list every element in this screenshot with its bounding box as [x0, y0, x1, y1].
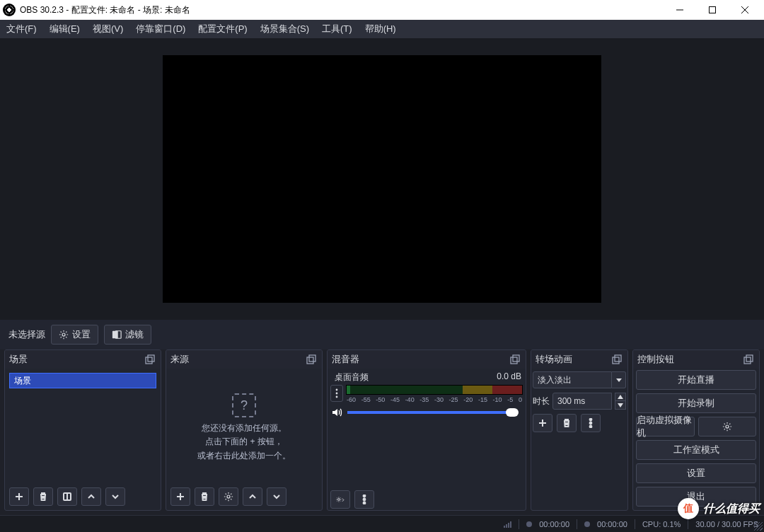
source-move-up-button[interactable]	[243, 487, 262, 506]
studio-mode-button[interactable]: 工作室模式	[636, 440, 756, 460]
mixer-dock: 混音器 桌面音频 0.0 dB	[327, 349, 526, 511]
svg-rect-19	[513, 355, 519, 362]
mixer-track-level: 0.0 dB	[497, 371, 521, 383]
scenes-title: 场景	[9, 353, 28, 366]
transition-select-arrow[interactable]	[612, 371, 626, 388]
start-stream-button[interactable]: 开始直播	[636, 370, 756, 390]
speaker-icon	[331, 407, 342, 418]
svg-rect-13	[307, 357, 313, 364]
virtualcam-settings-button[interactable]	[698, 417, 757, 436]
scene-list[interactable]: 场景	[8, 371, 158, 485]
menu-help[interactable]: 帮助(H)	[359, 20, 403, 38]
trash-icon	[38, 492, 48, 502]
trash-icon	[199, 492, 209, 502]
source-move-down-button[interactable]	[267, 487, 286, 506]
sources-popout-button[interactable]	[305, 353, 318, 366]
obs-logo-icon	[3, 4, 16, 16]
duration-down-button[interactable]	[615, 401, 626, 410]
transition-select-value: 淡入淡出	[533, 371, 612, 388]
transitions-popout-button[interactable]	[610, 353, 623, 366]
menu-tools[interactable]: 工具(T)	[316, 20, 359, 38]
network-signal-icon	[504, 521, 511, 528]
scene-filter-button[interactable]	[57, 487, 77, 506]
settings-button[interactable]: 设置	[636, 463, 756, 483]
svg-rect-7	[146, 357, 152, 364]
status-fps: 30.00 / 30.00 FPS	[695, 520, 758, 528]
svg-point-22	[336, 396, 338, 398]
question-icon: ?	[232, 393, 256, 417]
menu-view[interactable]: 视图(V)	[86, 20, 129, 38]
trash-icon	[562, 418, 572, 428]
scene-grid-icon	[62, 492, 72, 502]
popout-icon	[510, 354, 520, 364]
mixer-advanced-button[interactable]	[330, 490, 350, 509]
scene-item[interactable]: 场景	[9, 373, 156, 388]
menu-docks[interactable]: 停靠窗口(D)	[129, 20, 192, 38]
scene-add-button[interactable]	[9, 487, 29, 506]
scenes-popout-button[interactable]	[144, 353, 156, 366]
transition-select[interactable]: 淡入淡出	[533, 371, 626, 388]
mixer-mute-button[interactable]	[330, 406, 343, 419]
transitions-dock: 转场动画 淡入淡出 时长 300 ms	[531, 349, 628, 511]
no-source-label: 未选择源	[6, 328, 45, 341]
menu-edit[interactable]: 编辑(E)	[43, 20, 86, 38]
mixer-track-name: 桌面音频	[335, 371, 369, 383]
titlebar: OBS 30.2.3 - 配置文件: 未命名 - 场景: 未命名	[0, 0, 764, 20]
source-add-button[interactable]	[170, 487, 190, 506]
menu-profile[interactable]: 配置文件(P)	[192, 20, 253, 38]
start-record-button[interactable]: 开始录制	[636, 393, 756, 413]
start-virtualcam-button[interactable]: 启动虚拟摄像机	[636, 417, 695, 436]
svg-marker-31	[618, 403, 623, 407]
scene-move-up-button[interactable]	[81, 487, 101, 506]
live-dot-icon	[526, 521, 532, 527]
source-settings-button[interactable]	[219, 487, 238, 506]
svg-rect-14	[309, 355, 316, 362]
chevron-up-icon	[248, 492, 257, 502]
menubar: 文件(F) 编辑(E) 视图(V) 停靠窗口(D) 配置文件(P) 场景集合(S…	[0, 20, 764, 38]
source-properties-button[interactable]: 设置	[51, 325, 98, 345]
mixer-volume-slider[interactable]	[347, 408, 523, 417]
svg-point-20	[336, 389, 338, 391]
status-live-time: 00:00:00	[539, 520, 569, 528]
mixer-popout-button[interactable]	[509, 353, 521, 366]
transition-add-button[interactable]	[533, 414, 552, 432]
sources-title: 来源	[170, 353, 189, 366]
exit-button[interactable]: 退出	[636, 487, 756, 507]
transition-remove-button[interactable]	[557, 414, 577, 432]
plus-icon	[538, 418, 548, 428]
window-close-button[interactable]	[729, 0, 761, 20]
svg-point-26	[364, 502, 366, 504]
scene-remove-button[interactable]	[33, 487, 53, 506]
duration-up-button[interactable]	[615, 393, 626, 401]
status-cpu: CPU: 0.1%	[642, 520, 681, 528]
svg-point-39	[726, 425, 729, 428]
svg-point-35	[590, 422, 592, 424]
window-minimize-button[interactable]	[664, 0, 696, 20]
menu-scene-collection[interactable]: 场景集合(S)	[254, 20, 316, 38]
popout-icon	[612, 354, 622, 364]
svg-point-17	[227, 495, 230, 498]
gear-icon	[59, 330, 69, 340]
caret-down-icon	[616, 377, 622, 383]
controls-popout-button[interactable]	[742, 353, 755, 366]
gear-icon	[224, 492, 233, 502]
mixer-track-menu-button[interactable]	[330, 385, 343, 402]
sources-empty-state[interactable]: ? 您还没有添加任何源。 点击下面的 + 按钮， 或者右击此处添加一个。	[169, 371, 319, 485]
svg-point-21	[336, 393, 338, 395]
mixer-title: 混音器	[332, 353, 359, 366]
resize-grip[interactable]	[754, 522, 763, 531]
transition-menu-button[interactable]	[581, 414, 601, 432]
chevron-down-icon	[272, 492, 282, 502]
transition-duration-input[interactable]: 300 ms	[552, 393, 612, 410]
svg-rect-37	[744, 357, 751, 364]
scene-move-down-button[interactable]	[105, 487, 125, 506]
window-maximize-button[interactable]	[696, 0, 729, 20]
menu-file[interactable]: 文件(F)	[0, 20, 43, 38]
svg-point-23	[338, 499, 340, 501]
sources-dock: 来源 ? 您还没有添加任何源。 点击下面的 + 按钮， 或者右击此处添加一个。	[166, 349, 323, 511]
source-remove-button[interactable]	[195, 487, 214, 506]
source-filters-button[interactable]: 滤镜	[104, 325, 151, 345]
kebab-icon	[586, 418, 596, 428]
preview-canvas[interactable]	[163, 55, 601, 303]
mixer-menu-button[interactable]	[354, 490, 374, 509]
